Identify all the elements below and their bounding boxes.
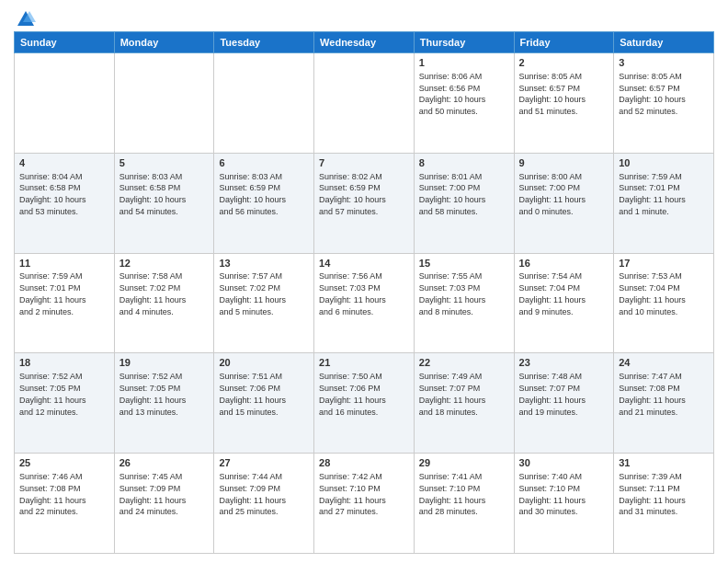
calendar-day-cell: 8Sunrise: 8:01 AM Sunset: 7:00 PM Daylig… bbox=[414, 153, 514, 253]
calendar-day-cell: 13Sunrise: 7:57 AM Sunset: 7:02 PM Dayli… bbox=[214, 253, 314, 353]
day-number: 18 bbox=[19, 356, 109, 370]
day-info: Sunrise: 7:42 AM Sunset: 7:10 PM Dayligh… bbox=[319, 472, 386, 516]
weekday-header: Thursday bbox=[414, 32, 514, 53]
day-info: Sunrise: 8:03 AM Sunset: 6:59 PM Dayligh… bbox=[219, 172, 286, 216]
calendar-day-cell bbox=[114, 53, 214, 154]
day-info: Sunrise: 7:39 AM Sunset: 7:11 PM Dayligh… bbox=[619, 472, 686, 516]
calendar-day-cell: 21Sunrise: 7:50 AM Sunset: 7:06 PM Dayli… bbox=[314, 353, 415, 454]
calendar-day-cell: 2Sunrise: 8:05 AM Sunset: 6:57 PM Daylig… bbox=[514, 53, 614, 154]
calendar: SundayMondayTuesdayWednesdayThursdayFrid… bbox=[14, 31, 714, 554]
calendar-day-cell: 25Sunrise: 7:46 AM Sunset: 7:08 PM Dayli… bbox=[15, 454, 115, 554]
calendar-day-cell: 30Sunrise: 7:40 AM Sunset: 7:10 PM Dayli… bbox=[514, 454, 614, 554]
day-info: Sunrise: 7:40 AM Sunset: 7:10 PM Dayligh… bbox=[519, 472, 586, 516]
day-info: Sunrise: 8:05 AM Sunset: 6:57 PM Dayligh… bbox=[619, 72, 686, 116]
calendar-day-cell: 9Sunrise: 8:00 AM Sunset: 7:00 PM Daylig… bbox=[514, 153, 614, 253]
day-number: 23 bbox=[519, 356, 609, 370]
calendar-day-cell: 1Sunrise: 8:06 AM Sunset: 6:56 PM Daylig… bbox=[414, 53, 514, 154]
calendar-day-cell: 14Sunrise: 7:56 AM Sunset: 7:03 PM Dayli… bbox=[314, 253, 415, 353]
weekday-header: Tuesday bbox=[214, 32, 314, 53]
day-info: Sunrise: 7:47 AM Sunset: 7:08 PM Dayligh… bbox=[619, 372, 686, 416]
day-number: 8 bbox=[419, 156, 509, 170]
calendar-week-row: 11Sunrise: 7:59 AM Sunset: 7:01 PM Dayli… bbox=[15, 253, 714, 353]
day-info: Sunrise: 8:02 AM Sunset: 6:59 PM Dayligh… bbox=[319, 172, 386, 216]
calendar-day-cell: 6Sunrise: 8:03 AM Sunset: 6:59 PM Daylig… bbox=[214, 153, 314, 253]
day-number: 19 bbox=[119, 356, 210, 370]
calendar-day-cell: 26Sunrise: 7:45 AM Sunset: 7:09 PM Dayli… bbox=[114, 454, 214, 554]
day-info: Sunrise: 7:52 AM Sunset: 7:05 PM Dayligh… bbox=[19, 372, 86, 416]
day-info: Sunrise: 8:03 AM Sunset: 6:58 PM Dayligh… bbox=[119, 172, 187, 216]
day-info: Sunrise: 7:56 AM Sunset: 7:03 PM Dayligh… bbox=[319, 271, 386, 316]
day-info: Sunrise: 7:58 AM Sunset: 7:02 PM Dayligh… bbox=[119, 271, 187, 316]
day-number: 3 bbox=[619, 56, 709, 70]
day-number: 25 bbox=[19, 456, 109, 470]
calendar-day-cell: 28Sunrise: 7:42 AM Sunset: 7:10 PM Dayli… bbox=[314, 454, 415, 554]
day-number: 22 bbox=[419, 356, 509, 370]
day-number: 4 bbox=[19, 156, 109, 170]
calendar-day-cell: 10Sunrise: 7:59 AM Sunset: 7:01 PM Dayli… bbox=[614, 153, 714, 253]
day-number: 16 bbox=[519, 257, 609, 270]
calendar-week-row: 4Sunrise: 8:04 AM Sunset: 6:58 PM Daylig… bbox=[15, 153, 714, 253]
day-number: 14 bbox=[319, 257, 409, 270]
day-number: 10 bbox=[619, 156, 709, 170]
day-info: Sunrise: 8:05 AM Sunset: 6:57 PM Dayligh… bbox=[519, 72, 586, 116]
day-number: 31 bbox=[619, 456, 709, 470]
day-info: Sunrise: 7:44 AM Sunset: 7:09 PM Dayligh… bbox=[219, 472, 286, 516]
calendar-day-cell: 12Sunrise: 7:58 AM Sunset: 7:02 PM Dayli… bbox=[114, 253, 214, 353]
logo-area bbox=[14, 9, 36, 26]
day-number: 20 bbox=[219, 356, 309, 370]
header bbox=[14, 9, 714, 26]
calendar-day-cell: 18Sunrise: 7:52 AM Sunset: 7:05 PM Dayli… bbox=[15, 353, 115, 454]
calendar-day-cell: 20Sunrise: 7:51 AM Sunset: 7:06 PM Dayli… bbox=[214, 353, 314, 454]
calendar-day-cell bbox=[214, 53, 314, 154]
day-number: 30 bbox=[519, 456, 609, 470]
calendar-day-cell: 31Sunrise: 7:39 AM Sunset: 7:11 PM Dayli… bbox=[614, 454, 714, 554]
day-info: Sunrise: 7:55 AM Sunset: 7:03 PM Dayligh… bbox=[419, 271, 486, 316]
day-info: Sunrise: 8:00 AM Sunset: 7:00 PM Dayligh… bbox=[519, 172, 586, 216]
calendar-day-cell: 5Sunrise: 8:03 AM Sunset: 6:58 PM Daylig… bbox=[114, 153, 214, 253]
day-info: Sunrise: 7:48 AM Sunset: 7:07 PM Dayligh… bbox=[519, 372, 586, 416]
day-number: 6 bbox=[219, 156, 309, 170]
day-number: 9 bbox=[519, 156, 609, 170]
weekday-header: Saturday bbox=[614, 32, 714, 53]
day-info: Sunrise: 7:54 AM Sunset: 7:04 PM Dayligh… bbox=[519, 271, 586, 316]
day-number: 1 bbox=[419, 56, 509, 70]
calendar-day-cell: 4Sunrise: 8:04 AM Sunset: 6:58 PM Daylig… bbox=[15, 153, 115, 253]
weekday-header: Wednesday bbox=[314, 32, 415, 53]
calendar-day-cell: 22Sunrise: 7:49 AM Sunset: 7:07 PM Dayli… bbox=[414, 353, 514, 454]
day-info: Sunrise: 7:50 AM Sunset: 7:06 PM Dayligh… bbox=[319, 372, 386, 416]
day-number: 15 bbox=[419, 257, 509, 270]
calendar-day-cell: 15Sunrise: 7:55 AM Sunset: 7:03 PM Dayli… bbox=[414, 253, 514, 353]
day-info: Sunrise: 7:41 AM Sunset: 7:10 PM Dayligh… bbox=[419, 472, 486, 516]
weekday-header: Sunday bbox=[15, 32, 115, 53]
calendar-day-cell: 27Sunrise: 7:44 AM Sunset: 7:09 PM Dayli… bbox=[214, 454, 314, 554]
logo bbox=[14, 9, 36, 29]
day-number: 26 bbox=[119, 456, 210, 470]
calendar-day-cell: 7Sunrise: 8:02 AM Sunset: 6:59 PM Daylig… bbox=[314, 153, 415, 253]
calendar-week-row: 18Sunrise: 7:52 AM Sunset: 7:05 PM Dayli… bbox=[15, 353, 714, 454]
day-info: Sunrise: 7:46 AM Sunset: 7:08 PM Dayligh… bbox=[19, 472, 86, 516]
page: SundayMondayTuesdayWednesdayThursdayFrid… bbox=[0, 0, 728, 563]
day-info: Sunrise: 7:57 AM Sunset: 7:02 PM Dayligh… bbox=[219, 271, 286, 316]
day-number: 27 bbox=[219, 456, 309, 470]
calendar-day-cell: 11Sunrise: 7:59 AM Sunset: 7:01 PM Dayli… bbox=[15, 253, 115, 353]
weekday-header: Monday bbox=[114, 32, 214, 53]
day-info: Sunrise: 8:06 AM Sunset: 6:56 PM Dayligh… bbox=[419, 72, 486, 116]
day-number: 11 bbox=[19, 257, 109, 270]
calendar-header-row: SundayMondayTuesdayWednesdayThursdayFrid… bbox=[15, 32, 714, 53]
calendar-day-cell: 24Sunrise: 7:47 AM Sunset: 7:08 PM Dayli… bbox=[614, 353, 714, 454]
day-info: Sunrise: 7:59 AM Sunset: 7:01 PM Dayligh… bbox=[619, 172, 686, 216]
day-info: Sunrise: 7:45 AM Sunset: 7:09 PM Dayligh… bbox=[119, 472, 187, 516]
calendar-week-row: 1Sunrise: 8:06 AM Sunset: 6:56 PM Daylig… bbox=[15, 53, 714, 154]
day-info: Sunrise: 7:59 AM Sunset: 7:01 PM Dayligh… bbox=[19, 271, 86, 316]
day-number: 28 bbox=[319, 456, 409, 470]
day-number: 17 bbox=[619, 257, 709, 270]
calendar-day-cell: 16Sunrise: 7:54 AM Sunset: 7:04 PM Dayli… bbox=[514, 253, 614, 353]
weekday-header: Friday bbox=[514, 32, 614, 53]
calendar-day-cell: 19Sunrise: 7:52 AM Sunset: 7:05 PM Dayli… bbox=[114, 353, 214, 454]
day-info: Sunrise: 7:52 AM Sunset: 7:05 PM Dayligh… bbox=[119, 372, 187, 416]
calendar-day-cell: 17Sunrise: 7:53 AM Sunset: 7:04 PM Dayli… bbox=[614, 253, 714, 353]
calendar-week-row: 25Sunrise: 7:46 AM Sunset: 7:08 PM Dayli… bbox=[15, 454, 714, 554]
day-info: Sunrise: 7:49 AM Sunset: 7:07 PM Dayligh… bbox=[419, 372, 486, 416]
calendar-day-cell bbox=[15, 53, 115, 154]
day-info: Sunrise: 8:04 AM Sunset: 6:58 PM Dayligh… bbox=[19, 172, 86, 216]
